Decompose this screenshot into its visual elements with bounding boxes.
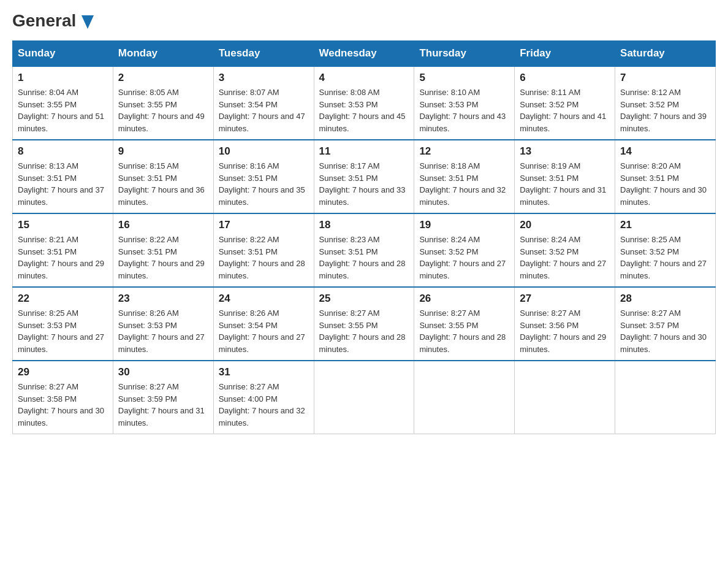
day-info: Sunrise: 8:19 AMSunset: 3:51 PMDaylight:… bbox=[520, 161, 606, 207]
calendar-cell: 22 Sunrise: 8:25 AMSunset: 3:53 PMDaylig… bbox=[13, 287, 113, 361]
calendar-cell bbox=[414, 361, 515, 434]
calendar-cell: 12 Sunrise: 8:18 AMSunset: 3:51 PMDaylig… bbox=[414, 140, 515, 213]
day-info: Sunrise: 8:26 AMSunset: 3:53 PMDaylight:… bbox=[118, 308, 205, 354]
day-info: Sunrise: 8:25 AMSunset: 3:53 PMDaylight:… bbox=[18, 308, 104, 354]
day-number: 17 bbox=[219, 219, 309, 231]
calendar-cell: 24 Sunrise: 8:26 AMSunset: 3:54 PMDaylig… bbox=[213, 287, 314, 361]
day-info: Sunrise: 8:22 AMSunset: 3:51 PMDaylight:… bbox=[118, 235, 205, 280]
calendar-cell: 27 Sunrise: 8:27 AMSunset: 3:56 PMDaylig… bbox=[515, 287, 615, 361]
day-number: 9 bbox=[118, 145, 208, 158]
day-info: Sunrise: 8:27 AMSunset: 3:58 PMDaylight:… bbox=[18, 382, 104, 427]
day-info: Sunrise: 8:27 AMSunset: 3:55 PMDaylight:… bbox=[419, 308, 506, 354]
calendar-week-row: 29 Sunrise: 8:27 AMSunset: 3:58 PMDaylig… bbox=[13, 361, 716, 434]
day-number: 30 bbox=[118, 366, 208, 378]
calendar-cell: 9 Sunrise: 8:15 AMSunset: 3:51 PMDayligh… bbox=[113, 140, 213, 213]
calendar-week-row: 15 Sunrise: 8:21 AMSunset: 3:51 PMDaylig… bbox=[13, 213, 716, 287]
page-header: General bbox=[12, 12, 716, 28]
day-number: 20 bbox=[520, 219, 610, 231]
calendar-cell: 4 Sunrise: 8:08 AMSunset: 3:53 PMDayligh… bbox=[314, 66, 414, 140]
day-number: 10 bbox=[219, 145, 309, 158]
day-info: Sunrise: 8:08 AMSunset: 3:53 PMDaylight:… bbox=[319, 88, 406, 133]
calendar-cell: 30 Sunrise: 8:27 AMSunset: 3:59 PMDaylig… bbox=[113, 361, 213, 434]
calendar-cell: 19 Sunrise: 8:24 AMSunset: 3:52 PMDaylig… bbox=[414, 213, 515, 287]
day-info: Sunrise: 8:22 AMSunset: 3:51 PMDaylight:… bbox=[219, 235, 305, 280]
day-number: 7 bbox=[620, 72, 710, 84]
day-info: Sunrise: 8:10 AMSunset: 3:53 PMDaylight:… bbox=[419, 88, 506, 133]
day-info: Sunrise: 8:20 AMSunset: 3:51 PMDaylight:… bbox=[620, 161, 707, 207]
calendar-cell: 15 Sunrise: 8:21 AMSunset: 3:51 PMDaylig… bbox=[13, 213, 113, 287]
calendar-cell: 8 Sunrise: 8:13 AMSunset: 3:51 PMDayligh… bbox=[13, 140, 113, 213]
day-info: Sunrise: 8:27 AMSunset: 3:57 PMDaylight:… bbox=[620, 308, 707, 354]
day-number: 24 bbox=[219, 293, 309, 305]
day-number: 28 bbox=[620, 293, 710, 305]
weekday-header-saturday: Saturday bbox=[615, 41, 716, 67]
logo: General bbox=[12, 12, 94, 28]
calendar-cell: 5 Sunrise: 8:10 AMSunset: 3:53 PMDayligh… bbox=[414, 66, 515, 140]
day-info: Sunrise: 8:23 AMSunset: 3:51 PMDaylight:… bbox=[319, 235, 406, 280]
day-number: 5 bbox=[419, 72, 509, 84]
calendar-cell: 14 Sunrise: 8:20 AMSunset: 3:51 PMDaylig… bbox=[615, 140, 716, 213]
weekday-header-friday: Friday bbox=[515, 41, 615, 67]
calendar-cell: 7 Sunrise: 8:12 AMSunset: 3:52 PMDayligh… bbox=[615, 66, 716, 140]
calendar-cell bbox=[515, 361, 615, 434]
calendar-week-row: 8 Sunrise: 8:13 AMSunset: 3:51 PMDayligh… bbox=[13, 140, 716, 213]
day-number: 6 bbox=[520, 72, 610, 84]
day-info: Sunrise: 8:13 AMSunset: 3:51 PMDaylight:… bbox=[18, 161, 104, 207]
day-info: Sunrise: 8:24 AMSunset: 3:52 PMDaylight:… bbox=[419, 235, 506, 280]
calendar-cell: 1 Sunrise: 8:04 AMSunset: 3:55 PMDayligh… bbox=[13, 66, 113, 140]
day-number: 13 bbox=[520, 145, 610, 158]
day-number: 15 bbox=[18, 219, 108, 231]
day-info: Sunrise: 8:17 AMSunset: 3:51 PMDaylight:… bbox=[319, 161, 406, 207]
day-info: Sunrise: 8:27 AMSunset: 3:56 PMDaylight:… bbox=[520, 308, 606, 354]
day-number: 19 bbox=[419, 219, 509, 231]
day-info: Sunrise: 8:16 AMSunset: 3:51 PMDaylight:… bbox=[219, 161, 305, 207]
calendar-header-row: SundayMondayTuesdayWednesdayThursdayFrid… bbox=[13, 41, 716, 67]
day-info: Sunrise: 8:07 AMSunset: 3:54 PMDaylight:… bbox=[219, 88, 305, 133]
day-number: 11 bbox=[319, 145, 409, 158]
calendar-week-row: 22 Sunrise: 8:25 AMSunset: 3:53 PMDaylig… bbox=[13, 287, 716, 361]
calendar-cell: 11 Sunrise: 8:17 AMSunset: 3:51 PMDaylig… bbox=[314, 140, 414, 213]
day-info: Sunrise: 8:15 AMSunset: 3:51 PMDaylight:… bbox=[118, 161, 205, 207]
weekday-header-sunday: Sunday bbox=[13, 41, 113, 67]
calendar-cell bbox=[314, 361, 414, 434]
weekday-header-monday: Monday bbox=[113, 41, 213, 67]
weekday-header-tuesday: Tuesday bbox=[213, 41, 314, 67]
logo-arrow-icon bbox=[82, 15, 94, 29]
day-number: 31 bbox=[219, 366, 309, 378]
calendar-cell: 31 Sunrise: 8:27 AMSunset: 4:00 PMDaylig… bbox=[213, 361, 314, 434]
day-info: Sunrise: 8:24 AMSunset: 3:52 PMDaylight:… bbox=[520, 235, 606, 280]
day-number: 3 bbox=[219, 72, 309, 84]
day-info: Sunrise: 8:25 AMSunset: 3:52 PMDaylight:… bbox=[620, 235, 707, 280]
day-info: Sunrise: 8:12 AMSunset: 3:52 PMDaylight:… bbox=[620, 88, 707, 133]
day-info: Sunrise: 8:27 AMSunset: 4:00 PMDaylight:… bbox=[219, 382, 305, 427]
day-number: 26 bbox=[419, 293, 509, 305]
calendar-cell: 23 Sunrise: 8:26 AMSunset: 3:53 PMDaylig… bbox=[113, 287, 213, 361]
day-info: Sunrise: 8:27 AMSunset: 3:59 PMDaylight:… bbox=[118, 382, 205, 427]
calendar-cell: 3 Sunrise: 8:07 AMSunset: 3:54 PMDayligh… bbox=[213, 66, 314, 140]
calendar-cell: 26 Sunrise: 8:27 AMSunset: 3:55 PMDaylig… bbox=[414, 287, 515, 361]
day-number: 29 bbox=[18, 366, 108, 378]
calendar-cell: 6 Sunrise: 8:11 AMSunset: 3:52 PMDayligh… bbox=[515, 66, 615, 140]
day-info: Sunrise: 8:18 AMSunset: 3:51 PMDaylight:… bbox=[419, 161, 506, 207]
calendar-cell: 18 Sunrise: 8:23 AMSunset: 3:51 PMDaylig… bbox=[314, 213, 414, 287]
day-number: 21 bbox=[620, 219, 710, 231]
calendar-cell: 10 Sunrise: 8:16 AMSunset: 3:51 PMDaylig… bbox=[213, 140, 314, 213]
day-number: 8 bbox=[18, 145, 108, 158]
day-info: Sunrise: 8:11 AMSunset: 3:52 PMDaylight:… bbox=[520, 88, 606, 133]
day-number: 25 bbox=[319, 293, 409, 305]
day-info: Sunrise: 8:27 AMSunset: 3:55 PMDaylight:… bbox=[319, 308, 406, 354]
day-info: Sunrise: 8:04 AMSunset: 3:55 PMDaylight:… bbox=[18, 88, 104, 133]
calendar-cell: 25 Sunrise: 8:27 AMSunset: 3:55 PMDaylig… bbox=[314, 287, 414, 361]
day-number: 4 bbox=[319, 72, 409, 84]
calendar-cell bbox=[615, 361, 716, 434]
calendar-cell: 29 Sunrise: 8:27 AMSunset: 3:58 PMDaylig… bbox=[13, 361, 113, 434]
calendar-cell: 16 Sunrise: 8:22 AMSunset: 3:51 PMDaylig… bbox=[113, 213, 213, 287]
day-number: 12 bbox=[419, 145, 509, 158]
day-info: Sunrise: 8:21 AMSunset: 3:51 PMDaylight:… bbox=[18, 235, 104, 280]
weekday-header-thursday: Thursday bbox=[414, 41, 515, 67]
calendar-cell: 17 Sunrise: 8:22 AMSunset: 3:51 PMDaylig… bbox=[213, 213, 314, 287]
calendar-cell: 2 Sunrise: 8:05 AMSunset: 3:55 PMDayligh… bbox=[113, 66, 213, 140]
day-info: Sunrise: 8:26 AMSunset: 3:54 PMDaylight:… bbox=[219, 308, 305, 354]
calendar-cell: 20 Sunrise: 8:24 AMSunset: 3:52 PMDaylig… bbox=[515, 213, 615, 287]
day-number: 23 bbox=[118, 293, 208, 305]
